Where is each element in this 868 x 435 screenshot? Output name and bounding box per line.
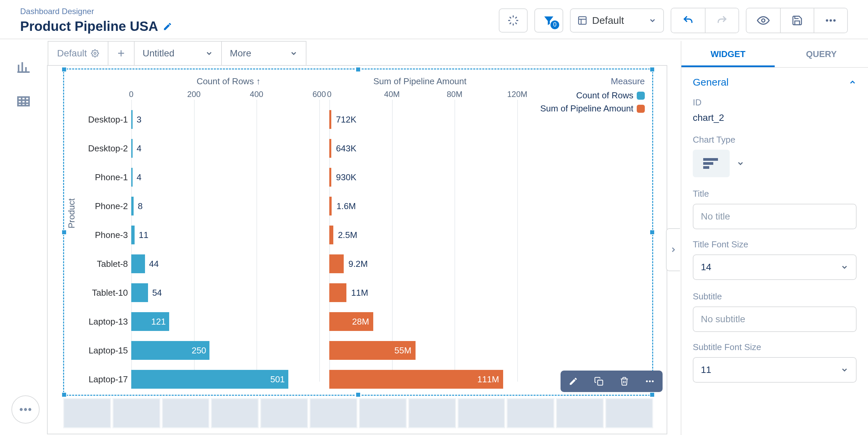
bar-series2[interactable] — [329, 139, 331, 158]
chart-row[interactable]: Desktop-13712K — [131, 105, 628, 134]
center-canvas-area: Default + Untitled More — [47, 41, 668, 434]
bar-series1[interactable] — [131, 139, 132, 158]
redo-button[interactable] — [705, 8, 738, 33]
category-label: Tablet-8 — [97, 259, 128, 269]
chart-row[interactable]: Laptop-17501111M — [131, 365, 628, 394]
value-label: 28M — [352, 316, 369, 327]
grid-slot[interactable] — [408, 398, 456, 428]
svg-point-15 — [24, 408, 27, 411]
value-label: 55M — [394, 345, 411, 356]
edit-widget-button[interactable] — [561, 371, 586, 392]
subtitle-font-size-select[interactable]: 11 — [693, 357, 857, 383]
bar-series2[interactable] — [329, 283, 346, 302]
chart-type-chevron[interactable] — [737, 159, 744, 167]
fab-more-button[interactable] — [11, 395, 40, 424]
grid-slot[interactable] — [162, 398, 210, 428]
chevron-down-icon — [290, 49, 298, 57]
title-font-size-select[interactable]: 14 — [693, 254, 857, 280]
grid-slot[interactable] — [309, 398, 358, 428]
chart-row[interactable]: Phone-3112.5M — [131, 220, 628, 249]
more-widget-button[interactable] — [637, 371, 662, 392]
filter-badge: 0 — [551, 21, 559, 29]
grid-slot[interactable] — [359, 398, 407, 428]
grid-slot[interactable] — [458, 398, 505, 428]
svg-rect-12 — [703, 162, 713, 165]
bar-series2[interactable] — [329, 168, 331, 187]
breadcrumb[interactable]: Dashboard Designer — [20, 7, 499, 16]
bar-series1[interactable] — [131, 254, 145, 273]
grid-slot[interactable] — [260, 398, 308, 428]
selected-chart-widget[interactable]: Count of Rows ↑ Sum of Pipeline Amount M… — [63, 68, 653, 396]
title-input[interactable] — [693, 204, 857, 229]
table-widget-icon[interactable] — [16, 94, 31, 109]
value-label: 4 — [136, 143, 141, 154]
tab-widget[interactable]: WIDGET — [681, 41, 775, 67]
bar-series2[interactable] — [329, 197, 332, 216]
svg-rect-5 — [18, 97, 29, 106]
chart-row[interactable]: Tablet-105411M — [131, 278, 628, 307]
general-section-header[interactable]: General — [693, 76, 857, 88]
chart-row[interactable]: Phone-14930K — [131, 163, 628, 192]
default-page-tab[interactable]: Default — [48, 42, 108, 65]
grid-slot[interactable] — [506, 398, 555, 428]
dashboard-board[interactable]: Count of Rows ↑ Sum of Pipeline Amount M… — [47, 65, 667, 434]
bar-series1[interactable] — [131, 283, 148, 302]
value-label: 250 — [192, 345, 206, 356]
subtitle-input[interactable] — [693, 306, 857, 332]
bar-series1[interactable] — [131, 197, 133, 216]
svg-point-10 — [652, 380, 654, 382]
title-font-size-value: 14 — [701, 262, 711, 273]
legend1-swatch — [637, 92, 645, 100]
add-page-button[interactable]: + — [108, 42, 134, 65]
copy-widget-button[interactable] — [586, 371, 612, 392]
grid-slot[interactable] — [605, 398, 653, 428]
value-label: 1.6M — [336, 201, 356, 212]
delete-widget-button[interactable] — [612, 371, 637, 392]
more-button[interactable] — [814, 8, 847, 33]
grid-slot[interactable] — [211, 398, 259, 428]
chart-row[interactable]: Tablet-8449.2M — [131, 249, 628, 278]
sparkle-button[interactable] — [499, 8, 528, 33]
id-label: ID — [693, 97, 857, 108]
bar-series2[interactable] — [329, 254, 344, 273]
grid-slot[interactable] — [556, 398, 604, 428]
grid-slot[interactable] — [63, 398, 111, 428]
chart-row[interactable]: Laptop-1525055M — [131, 336, 628, 365]
grid-slot[interactable] — [113, 398, 160, 428]
chart-type-button[interactable] — [693, 150, 730, 177]
widget-action-pill — [561, 371, 662, 392]
svg-point-1 — [762, 19, 765, 22]
subtitle-label: Subtitle — [693, 291, 857, 302]
bar-series1[interactable] — [131, 110, 132, 129]
untitled-tab-dropdown[interactable]: Untitled — [134, 42, 222, 65]
value-label: 501 — [270, 374, 285, 385]
header: Dashboard Designer Product Pipeline USA … — [0, 0, 868, 39]
value-label: 9.2M — [348, 259, 368, 269]
right-panel-tabs: WIDGET QUERY — [681, 41, 868, 68]
filter-button[interactable]: 0 — [534, 8, 563, 33]
save-button[interactable] — [780, 8, 814, 33]
header-actions: 0 Default — [499, 8, 848, 33]
tick-label: 40M — [384, 90, 400, 99]
layout-dropdown[interactable]: Default — [570, 8, 664, 33]
bar-series1[interactable] — [131, 370, 288, 389]
more-tab-dropdown[interactable]: More — [222, 42, 306, 65]
layout-dropdown-label: Default — [592, 15, 624, 26]
chevron-down-icon — [205, 49, 213, 57]
preview-button[interactable] — [746, 8, 780, 33]
value-label: 2.5M — [338, 230, 358, 240]
edit-title-icon[interactable] — [163, 22, 172, 31]
tab-query[interactable]: QUERY — [775, 41, 868, 67]
value-label: 54 — [152, 288, 162, 298]
chart-row[interactable]: Desktop-24643K — [131, 134, 628, 163]
category-label: Laptop-17 — [89, 374, 128, 385]
chart-widget-icon[interactable] — [16, 60, 31, 74]
bar-series1[interactable] — [131, 225, 134, 244]
bar-series2[interactable] — [329, 110, 331, 129]
bar-series1[interactable] — [131, 168, 132, 187]
undo-button[interactable] — [671, 8, 705, 33]
chart-row[interactable]: Laptop-1312128M — [131, 307, 628, 336]
expand-panel-tab[interactable] — [666, 228, 680, 271]
chart-row[interactable]: Phone-281.6M — [131, 192, 628, 220]
bar-series2[interactable] — [329, 225, 333, 244]
